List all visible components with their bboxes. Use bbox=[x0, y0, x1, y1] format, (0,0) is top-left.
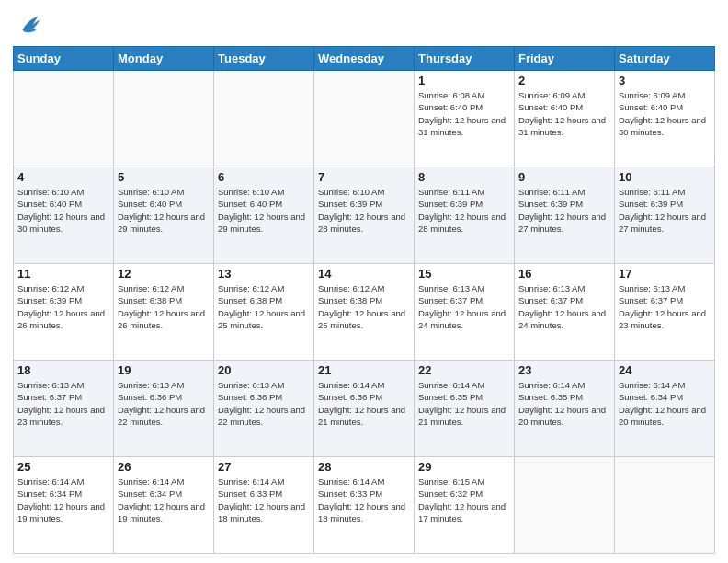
calendar-cell: 15Sunrise: 6:13 AMSunset: 6:37 PMDayligh… bbox=[415, 264, 515, 361]
day-number: 18 bbox=[17, 363, 109, 377]
day-info: Sunrise: 6:14 AMSunset: 6:34 PMDaylight:… bbox=[118, 476, 210, 524]
day-number: 13 bbox=[218, 267, 310, 281]
calendar-cell bbox=[214, 71, 314, 167]
week-row-4: 18Sunrise: 6:13 AMSunset: 6:37 PMDayligh… bbox=[14, 361, 715, 457]
logo bbox=[13, 13, 41, 39]
day-number: 22 bbox=[418, 363, 510, 377]
day-info: Sunrise: 6:14 AMSunset: 6:34 PMDaylight:… bbox=[17, 476, 109, 524]
day-number: 25 bbox=[17, 460, 109, 474]
calendar-cell: 18Sunrise: 6:13 AMSunset: 6:37 PMDayligh… bbox=[14, 361, 114, 457]
day-number: 5 bbox=[118, 170, 210, 184]
week-row-2: 4Sunrise: 6:10 AMSunset: 6:40 PMDaylight… bbox=[14, 167, 715, 264]
calendar-cell bbox=[515, 457, 615, 554]
day-number: 23 bbox=[518, 363, 610, 377]
calendar-cell: 1Sunrise: 6:08 AMSunset: 6:40 PMDaylight… bbox=[415, 71, 515, 167]
day-info: Sunrise: 6:10 AMSunset: 6:40 PMDaylight:… bbox=[118, 186, 210, 235]
day-info: Sunrise: 6:12 AMSunset: 6:38 PMDaylight:… bbox=[318, 282, 410, 331]
day-info: Sunrise: 6:13 AMSunset: 6:36 PMDaylight:… bbox=[218, 379, 310, 428]
day-info: Sunrise: 6:12 AMSunset: 6:38 PMDaylight:… bbox=[218, 282, 310, 331]
day-number: 12 bbox=[118, 267, 210, 281]
calendar-cell: 3Sunrise: 6:09 AMSunset: 6:40 PMDaylight… bbox=[615, 71, 715, 167]
day-info: Sunrise: 6:10 AMSunset: 6:40 PMDaylight:… bbox=[218, 186, 310, 235]
day-number: 29 bbox=[418, 460, 510, 474]
week-row-5: 25Sunrise: 6:14 AMSunset: 6:34 PMDayligh… bbox=[14, 457, 715, 554]
day-info: Sunrise: 6:11 AMSunset: 6:39 PMDaylight:… bbox=[418, 186, 510, 235]
day-number: 11 bbox=[17, 267, 109, 281]
day-number: 10 bbox=[619, 170, 711, 184]
calendar-cell: 19Sunrise: 6:13 AMSunset: 6:36 PMDayligh… bbox=[114, 361, 214, 457]
calendar-cell: 26Sunrise: 6:14 AMSunset: 6:34 PMDayligh… bbox=[114, 457, 214, 554]
day-info: Sunrise: 6:13 AMSunset: 6:37 PMDaylight:… bbox=[619, 282, 711, 331]
day-number: 15 bbox=[418, 267, 510, 281]
day-number: 14 bbox=[318, 267, 410, 281]
weekday-tuesday: Tuesday bbox=[214, 47, 314, 71]
day-info: Sunrise: 6:09 AMSunset: 6:40 PMDaylight:… bbox=[619, 89, 711, 138]
calendar-cell: 8Sunrise: 6:11 AMSunset: 6:39 PMDaylight… bbox=[415, 167, 515, 264]
calendar-cell: 28Sunrise: 6:14 AMSunset: 6:33 PMDayligh… bbox=[314, 457, 415, 554]
day-number: 7 bbox=[318, 170, 410, 184]
calendar-cell: 22Sunrise: 6:14 AMSunset: 6:35 PMDayligh… bbox=[415, 361, 515, 457]
day-info: Sunrise: 6:14 AMSunset: 6:35 PMDaylight:… bbox=[518, 379, 610, 428]
day-info: Sunrise: 6:09 AMSunset: 6:40 PMDaylight:… bbox=[518, 89, 610, 138]
day-number: 26 bbox=[118, 460, 210, 474]
calendar-cell: 4Sunrise: 6:10 AMSunset: 6:40 PMDaylight… bbox=[14, 167, 114, 264]
calendar-cell: 23Sunrise: 6:14 AMSunset: 6:35 PMDayligh… bbox=[515, 361, 615, 457]
calendar-cell bbox=[615, 457, 715, 554]
day-info: Sunrise: 6:11 AMSunset: 6:39 PMDaylight:… bbox=[619, 186, 711, 235]
calendar-cell bbox=[114, 71, 214, 167]
weekday-sunday: Sunday bbox=[14, 47, 114, 71]
day-number: 1 bbox=[418, 74, 510, 87]
weekday-header-row: SundayMondayTuesdayWednesdayThursdayFrid… bbox=[14, 47, 715, 71]
calendar-table: SundayMondayTuesdayWednesdayThursdayFrid… bbox=[13, 46, 715, 554]
day-number: 19 bbox=[118, 363, 210, 377]
day-number: 17 bbox=[619, 267, 711, 281]
calendar-cell: 13Sunrise: 6:12 AMSunset: 6:38 PMDayligh… bbox=[214, 264, 314, 361]
header bbox=[13, 9, 715, 39]
day-number: 3 bbox=[619, 74, 711, 87]
day-info: Sunrise: 6:13 AMSunset: 6:36 PMDaylight:… bbox=[118, 379, 210, 428]
weekday-thursday: Thursday bbox=[415, 47, 515, 71]
calendar-cell: 6Sunrise: 6:10 AMSunset: 6:40 PMDaylight… bbox=[214, 167, 314, 264]
day-info: Sunrise: 6:13 AMSunset: 6:37 PMDaylight:… bbox=[17, 379, 109, 428]
day-number: 20 bbox=[218, 363, 310, 377]
calendar-cell: 24Sunrise: 6:14 AMSunset: 6:34 PMDayligh… bbox=[615, 361, 715, 457]
day-info: Sunrise: 6:10 AMSunset: 6:39 PMDaylight:… bbox=[318, 186, 410, 235]
day-number: 28 bbox=[318, 460, 410, 474]
calendar-cell: 25Sunrise: 6:14 AMSunset: 6:34 PMDayligh… bbox=[14, 457, 114, 554]
day-info: Sunrise: 6:12 AMSunset: 6:38 PMDaylight:… bbox=[118, 282, 210, 331]
week-row-1: 1Sunrise: 6:08 AMSunset: 6:40 PMDaylight… bbox=[14, 71, 715, 167]
week-row-3: 11Sunrise: 6:12 AMSunset: 6:39 PMDayligh… bbox=[14, 264, 715, 361]
weekday-friday: Friday bbox=[515, 47, 615, 71]
logo-bird-icon bbox=[16, 13, 41, 39]
weekday-wednesday: Wednesday bbox=[314, 47, 415, 71]
day-info: Sunrise: 6:12 AMSunset: 6:39 PMDaylight:… bbox=[17, 282, 109, 331]
day-info: Sunrise: 6:10 AMSunset: 6:40 PMDaylight:… bbox=[17, 186, 109, 235]
day-number: 24 bbox=[619, 363, 711, 377]
day-number: 2 bbox=[518, 74, 610, 87]
day-number: 16 bbox=[518, 267, 610, 281]
calendar-cell: 11Sunrise: 6:12 AMSunset: 6:39 PMDayligh… bbox=[14, 264, 114, 361]
day-number: 27 bbox=[218, 460, 310, 474]
day-info: Sunrise: 6:13 AMSunset: 6:37 PMDaylight:… bbox=[418, 282, 510, 331]
page: SundayMondayTuesdayWednesdayThursdayFrid… bbox=[0, 0, 728, 563]
calendar-cell: 20Sunrise: 6:13 AMSunset: 6:36 PMDayligh… bbox=[214, 361, 314, 457]
day-number: 21 bbox=[318, 363, 410, 377]
calendar-cell bbox=[314, 71, 415, 167]
calendar-cell: 10Sunrise: 6:11 AMSunset: 6:39 PMDayligh… bbox=[615, 167, 715, 264]
day-number: 9 bbox=[518, 170, 610, 184]
day-info: Sunrise: 6:14 AMSunset: 6:33 PMDaylight:… bbox=[218, 476, 310, 524]
calendar-cell: 12Sunrise: 6:12 AMSunset: 6:38 PMDayligh… bbox=[114, 264, 214, 361]
calendar-cell: 17Sunrise: 6:13 AMSunset: 6:37 PMDayligh… bbox=[615, 264, 715, 361]
day-info: Sunrise: 6:14 AMSunset: 6:34 PMDaylight:… bbox=[619, 379, 711, 428]
calendar-cell: 16Sunrise: 6:13 AMSunset: 6:37 PMDayligh… bbox=[515, 264, 615, 361]
weekday-monday: Monday bbox=[114, 47, 214, 71]
calendar-cell: 9Sunrise: 6:11 AMSunset: 6:39 PMDaylight… bbox=[515, 167, 615, 264]
day-info: Sunrise: 6:14 AMSunset: 6:36 PMDaylight:… bbox=[318, 379, 410, 428]
day-info: Sunrise: 6:15 AMSunset: 6:32 PMDaylight:… bbox=[418, 476, 510, 524]
calendar-cell: 5Sunrise: 6:10 AMSunset: 6:40 PMDaylight… bbox=[114, 167, 214, 264]
day-info: Sunrise: 6:14 AMSunset: 6:35 PMDaylight:… bbox=[418, 379, 510, 428]
calendar-cell: 29Sunrise: 6:15 AMSunset: 6:32 PMDayligh… bbox=[415, 457, 515, 554]
calendar-cell: 2Sunrise: 6:09 AMSunset: 6:40 PMDaylight… bbox=[515, 71, 615, 167]
weekday-saturday: Saturday bbox=[615, 47, 715, 71]
day-info: Sunrise: 6:08 AMSunset: 6:40 PMDaylight:… bbox=[418, 89, 510, 138]
